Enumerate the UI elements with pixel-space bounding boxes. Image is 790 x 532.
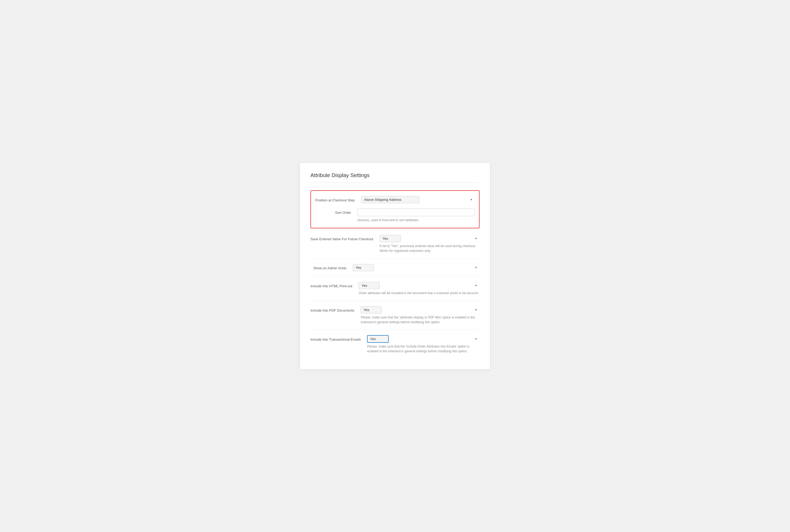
include-html-field-row: Include Into HTML Print-out Yes No ▼ Ord… xyxy=(310,277,480,301)
include-pdf-hint: Please, make sure that the 'attributes d… xyxy=(361,315,480,325)
show-admin-content: Yes No ▼ xyxy=(353,264,480,271)
include-email-select-wrapper: Yes No ▼ xyxy=(367,335,480,343)
save-entered-select-wrapper: Yes No ▼ xyxy=(380,235,480,242)
position-select-arrow-icon: ▼ xyxy=(470,198,473,201)
include-email-select[interactable]: Yes No xyxy=(367,335,388,343)
sort-order-hint: Numeric, used in front-end to sort attri… xyxy=(358,218,475,223)
attribute-display-settings-card: Attribute Display Settings Position at C… xyxy=(300,163,490,369)
include-html-label: Include Into HTML Print-out xyxy=(310,282,359,289)
position-label: Position at Checkout Step xyxy=(315,196,361,203)
save-entered-field-row: Save Entered Value For Future Checkout Y… xyxy=(310,230,480,259)
include-email-field-row: Include Into Transactional Emails Yes No… xyxy=(310,330,480,359)
save-entered-select[interactable]: Yes No xyxy=(380,235,401,242)
position-field-row: Position at Checkout Step Above Shipping… xyxy=(315,196,475,203)
show-admin-select-wrapper: Yes No ▼ xyxy=(353,264,480,271)
include-email-content: Yes No ▼ Please, make sure that the 'Inc… xyxy=(367,335,480,354)
include-html-content: Yes No ▼ Order attributes will be includ… xyxy=(359,282,480,296)
include-pdf-label: Include Into PDF Documents xyxy=(310,306,361,313)
include-html-select[interactable]: Yes No xyxy=(359,282,380,289)
sort-order-field-row: Sort Order Numeric, used in front-end to… xyxy=(315,209,475,223)
show-admin-select[interactable]: Yes No xyxy=(353,264,374,271)
sort-order-input[interactable] xyxy=(358,209,475,216)
position-content: Above Shipping Address Below Shipping Ad… xyxy=(361,196,475,203)
include-html-select-wrapper: Yes No ▼ xyxy=(359,282,480,289)
include-email-label: Include Into Transactional Emails xyxy=(310,335,367,342)
include-email-hint: Please, make sure that the 'Include Orde… xyxy=(367,344,480,354)
sort-order-content: Numeric, used in front-end to sort attri… xyxy=(358,209,475,223)
include-html-hint: Order attributes will be included in the… xyxy=(359,291,480,296)
include-email-arrow-icon: ▼ xyxy=(475,338,478,340)
position-select-wrapper: Above Shipping Address Below Shipping Ad… xyxy=(361,196,475,203)
highlighted-section: Position at Checkout Step Above Shipping… xyxy=(310,190,480,228)
include-pdf-field-row: Include Into PDF Documents Yes No ▼ Plea… xyxy=(310,301,480,330)
include-html-arrow-icon: ▼ xyxy=(475,284,478,287)
field-group: Position at Checkout Step Above Shipping… xyxy=(310,190,480,359)
include-pdf-content: Yes No ▼ Please, make sure that the 'att… xyxy=(361,306,480,325)
sort-order-label: Sort Order xyxy=(315,209,358,215)
include-pdf-select[interactable]: Yes No xyxy=(361,306,382,314)
save-entered-label: Save Entered Value For Future Checkout xyxy=(310,235,380,242)
show-admin-arrow-icon: ▼ xyxy=(475,266,478,269)
save-entered-hint: If set to "Yes", previously entered valu… xyxy=(380,244,480,253)
save-entered-content: Yes No ▼ If set to "Yes", previously ent… xyxy=(380,235,480,253)
include-pdf-arrow-icon: ▼ xyxy=(475,308,478,311)
save-entered-arrow-icon: ▼ xyxy=(475,237,478,240)
show-admin-field-row: Show on Admin Grids Yes No ▼ xyxy=(310,259,480,277)
show-admin-label: Show on Admin Grids xyxy=(310,264,353,271)
position-select[interactable]: Above Shipping Address Below Shipping Ad… xyxy=(361,196,419,203)
include-pdf-select-wrapper: Yes No ▼ xyxy=(361,306,480,314)
card-title: Attribute Display Settings xyxy=(310,172,480,183)
